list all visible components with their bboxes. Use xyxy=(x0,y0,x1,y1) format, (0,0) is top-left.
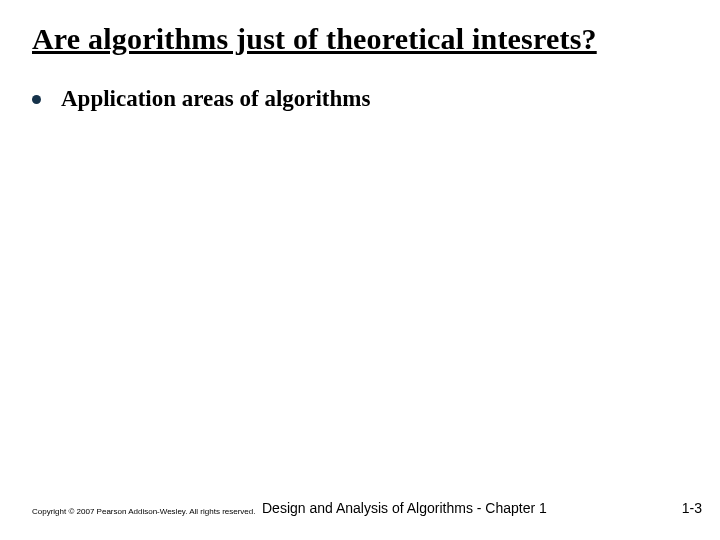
copyright-text: Copyright © 2007 Pearson Addison-Wesley.… xyxy=(32,507,256,516)
page-number: 1-3 xyxy=(682,500,702,516)
bullet-icon xyxy=(32,95,41,104)
slide: Are algorithms just of theoretical intes… xyxy=(0,0,720,540)
footer-center-text: Design and Analysis of Algorithms - Chap… xyxy=(262,500,547,516)
bullet-item: Application areas of algorithms xyxy=(32,86,370,112)
bullet-text: Application areas of algorithms xyxy=(61,86,370,112)
slide-title: Are algorithms just of theoretical intes… xyxy=(32,22,597,56)
